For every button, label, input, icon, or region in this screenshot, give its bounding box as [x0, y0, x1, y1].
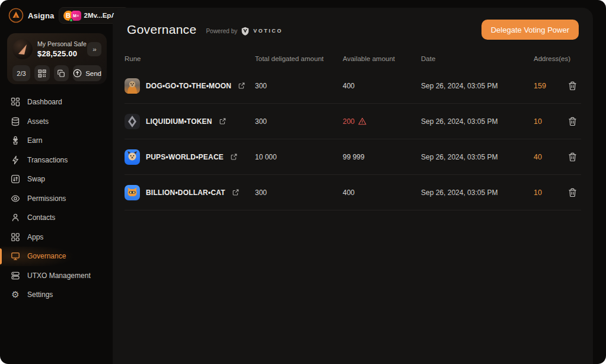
online-status-dot [69, 18, 73, 22]
available-amount: 200 [343, 117, 355, 126]
table-row: BILLION•DOLLAR•CAT 300 400 Sep 26, 2024,… [125, 175, 581, 210]
total-delegated-amount: 10 000 [255, 153, 343, 161]
table-row: LIQUIDIUM•TOKEN 300 200 [125, 104, 581, 139]
threshold-badge[interactable]: 2/3 [12, 65, 30, 81]
sidebar-item-label: Transactions [27, 156, 68, 164]
external-link-icon[interactable] [238, 82, 245, 89]
send-button[interactable]: Send [73, 65, 101, 81]
header-total: Total deligated amount [255, 55, 343, 62]
trash-icon [568, 117, 577, 126]
qr-code-icon[interactable] [34, 65, 50, 81]
send-arrow-icon [73, 69, 82, 78]
eye-icon [11, 194, 20, 203]
sidebar-item-label: Swap [27, 175, 45, 183]
sidebar-item-label: Governance [27, 252, 66, 260]
apps-grid-icon [11, 232, 20, 242]
header-rune: Rune [125, 55, 255, 62]
delegate-voting-power-button[interactable]: Delegate Voting Power [481, 20, 579, 40]
available-amount: 99 999 [343, 153, 421, 161]
powered-by-label: Powered by [206, 28, 237, 34]
external-link-icon[interactable] [219, 118, 226, 124]
available-amount: 400 [343, 82, 421, 90]
swap-arrows-icon [11, 174, 20, 184]
sidebar-item-label: Contacts [27, 213, 55, 222]
sidebar-item-transactions[interactable]: Transactions [0, 151, 113, 170]
sidebar-menu: Dashboard Assets Earn Tran [0, 92, 113, 305]
external-link-icon[interactable] [231, 154, 237, 160]
safe-balance: $28,525.00 [37, 49, 82, 58]
delegation-date: Sep 26, 2024, 03:05 PM [421, 82, 534, 90]
gear-icon: ⚙ [11, 290, 20, 299]
delete-delegation-button[interactable] [567, 80, 581, 92]
rune-name: LIQUIDIUM•TOKEN [146, 117, 212, 126]
sidebar-item-swap[interactable]: Swap [0, 170, 113, 189]
app-window: Asigna B M≡ 2Mv...EpA ▼ My Personal Safe… [0, 0, 606, 364]
sidebar-item-label: Settings [27, 290, 53, 299]
delete-delegation-button[interactable] [567, 151, 581, 163]
delegation-date: Sep 26, 2024, 03:05 PM [421, 153, 534, 161]
trash-icon [568, 152, 577, 162]
double-chevron-right-icon[interactable]: ›› [87, 42, 101, 56]
header-date: Date [421, 55, 534, 62]
cat-avatar [125, 185, 140, 200]
person-icon [11, 213, 20, 222]
active-indicator [0, 248, 2, 264]
delegation-date: Sep 26, 2024, 03:05 PM [421, 117, 534, 126]
sidebar-item-apps[interactable]: Apps [0, 228, 113, 247]
rune-name: PUPS•WORLD•PEACE [146, 153, 224, 161]
magic-eden-icon: M≡ [71, 11, 81, 21]
sidebar-item-label: UTXO Management [27, 272, 91, 280]
monitor-icon [11, 251, 20, 261]
header-available: Available amount [343, 55, 421, 62]
powered-by-brand: VOTICO [253, 28, 283, 34]
sidebar-item-settings[interactable]: ⚙ Settings [0, 285, 113, 305]
sidebar-item-dashboard[interactable]: Dashboard [0, 92, 113, 112]
governance-table: Rune Total deligated amount Available am… [113, 47, 593, 210]
sidebar-item-label: Dashboard [27, 98, 62, 106]
powered-by: Powered by VOTICO [206, 27, 282, 36]
sidebar-item-assets[interactable]: Assets [0, 112, 113, 132]
safe-name: My Personal Safe [37, 40, 82, 47]
brand-name: Asigna [28, 11, 55, 20]
total-delegated-amount: 300 [255, 117, 343, 126]
database-icon [11, 117, 20, 126]
sidebar-item-permissions[interactable]: Permissions [0, 189, 113, 209]
rune-name: DOG•GO•TO•THE•MOON [146, 82, 231, 90]
copy-icon[interactable] [54, 65, 69, 81]
safe-cone-icon [16, 43, 29, 56]
delegation-date: Sep 26, 2024, 03:05 PM [421, 189, 534, 197]
total-delegated-amount: 300 [255, 189, 343, 197]
sidebar-item-label: Assets [27, 117, 49, 126]
safe-card: My Personal Safe $28,525.00 ›› 2/3 [7, 33, 107, 84]
dashboard-grid-icon [11, 97, 20, 107]
page-title: Governance [127, 23, 196, 37]
sidebar-item-utxo-management[interactable]: UTXO Management [0, 266, 113, 286]
pups-avatar [125, 149, 140, 165]
stacked-rows-icon [11, 271, 20, 280]
external-link-icon[interactable] [232, 189, 239, 196]
lightning-icon [11, 155, 20, 165]
table-header-row: Rune Total deligated amount Available am… [125, 47, 581, 68]
available-amount-warning: 200 [343, 117, 421, 126]
brand: Asigna [8, 8, 55, 23]
trash-icon [568, 81, 577, 91]
sidebar-item-earn[interactable]: Earn [0, 131, 113, 151]
address-count: 10 [534, 117, 567, 126]
sidebar-header: Asigna B M≡ 2Mv...EpA ▼ [8, 7, 107, 24]
wallet-address-label: 2Mv...EpA [84, 12, 116, 19]
main-header: Governance Powered by VOTICO Delegate Vo… [113, 8, 593, 42]
liquidium-avatar [125, 114, 140, 129]
delete-delegation-button[interactable] [567, 187, 581, 199]
table-row: PUPS•WORLD•PEACE 10 000 99 999 Sep 26, 2… [125, 139, 581, 175]
available-amount: 400 [343, 189, 421, 197]
delete-delegation-button[interactable] [567, 116, 581, 127]
table-row: DOG•GO•TO•THE•MOON 300 400 Sep 26, 2024,… [125, 68, 581, 104]
sidebar-item-governance[interactable]: Governance [0, 247, 113, 266]
sidebar-item-contacts[interactable]: Contacts [0, 208, 113, 228]
sidebar-item-label: Earn [27, 136, 42, 145]
sprout-icon [11, 136, 20, 145]
header-addresses: Address(es) [534, 55, 567, 62]
address-count: 10 [534, 189, 567, 197]
dog-avatar [125, 78, 140, 94]
address-count: 40 [534, 153, 567, 161]
